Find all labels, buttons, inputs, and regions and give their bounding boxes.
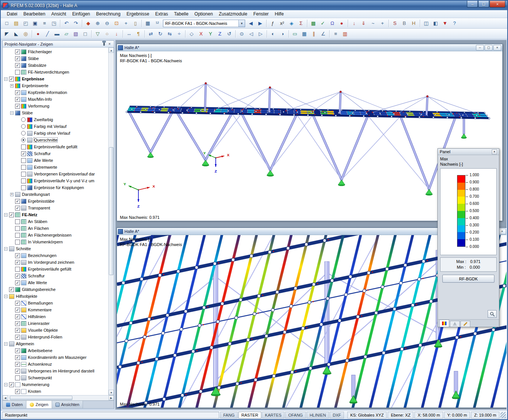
loadcase-next-icon[interactable]: ▶: [256, 19, 265, 28]
checkbox[interactable]: [21, 158, 26, 163]
checkbox[interactable]: ✓: [9, 77, 14, 82]
checkbox[interactable]: ✓: [15, 63, 20, 68]
tree-item-ergebnisse-für-kopplungen[interactable]: Ergebnisse für Kopplungen: [3, 184, 108, 191]
view-z-icon[interactable]: Z: [215, 29, 224, 38]
checkbox[interactable]: ✓: [9, 212, 14, 217]
checkbox[interactable]: [21, 178, 26, 183]
redo-icon[interactable]: ↷: [71, 19, 80, 28]
hinge-icon[interactable]: ○: [103, 29, 112, 38]
tree-item-alle-werte[interactable]: Alle Werte: [3, 157, 108, 164]
tree-item-schraffur[interactable]: ✓Schraffur: [3, 150, 108, 157]
loadcase-prev-icon[interactable]: ◀: [246, 19, 255, 28]
tree-item-farbig-ohne-verlauf[interactable]: Farbig ohne Verlauf: [3, 130, 108, 137]
scroll-right-icon[interactable]: ▶: [109, 395, 114, 400]
scroll-down-icon[interactable]: ▼: [109, 390, 114, 395]
menu-item-bearbeiten[interactable]: Bearbeiten: [20, 11, 48, 17]
snap-icon[interactable]: ◎: [21, 29, 30, 38]
move-icon[interactable]: ⇄: [146, 29, 155, 38]
checkbox[interactable]: ✓: [15, 206, 20, 211]
tree-item-an-flächen[interactable]: An Flächen: [3, 225, 108, 232]
tree-item-kopfzeile-information[interactable]: ✓Kopfzeile-Information: [3, 89, 108, 96]
panel-zoom-button[interactable]: [488, 310, 497, 318]
view-close-button[interactable]: ×: [498, 229, 506, 234]
rf-beton-icon[interactable]: B: [400, 19, 409, 28]
checkbox[interactable]: ✓: [15, 301, 20, 306]
checkbox[interactable]: [21, 165, 26, 170]
dimension-icon[interactable]: ↔: [124, 29, 134, 38]
view-isometric-icon[interactable]: ◇: [187, 29, 196, 38]
tree-item-kommentare[interactable]: ✓Kommentare: [3, 306, 108, 313]
rotate-view-icon[interactable]: ↺: [225, 29, 234, 38]
status-toggle-kartes[interactable]: KARTES: [262, 412, 285, 418]
workplane-icon[interactable]: ▭: [290, 29, 299, 38]
close-file-icon[interactable]: ◰: [21, 19, 30, 28]
checkbox[interactable]: ✓: [15, 314, 20, 319]
tree-item-verborgenen-ergebnisverlauf-dar[interactable]: Verborgenen Ergebnisverlauf dar: [3, 171, 108, 177]
print-icon[interactable]: ≡: [40, 19, 49, 28]
navigator-close-button[interactable]: ×: [107, 42, 112, 46]
checkbox[interactable]: ✓: [15, 369, 20, 374]
navigator-tab-ansichten[interactable]: Ansichten: [52, 401, 83, 408]
line-icon[interactable]: ╱: [43, 29, 52, 38]
checkbox[interactable]: ✓: [15, 199, 20, 204]
expand-icon[interactable]: +: [10, 84, 14, 88]
tree-item-bemaßungen[interactable]: ✓Bemaßungen: [3, 300, 108, 306]
checkbox[interactable]: ✓: [15, 389, 20, 394]
tree-item-hilfslinien[interactable]: ✓Hilfslinien: [3, 313, 108, 320]
navigator-tab-zeigen[interactable]: Zeigen: [26, 401, 52, 408]
tree-item-verborgenes-im-hintergrund-darstell[interactable]: ✓Verborgenes im Hintergrund darstell: [3, 368, 108, 374]
zoom-window-icon[interactable]: ⊡: [112, 19, 121, 28]
menu-item-berechnung[interactable]: Berechnung: [93, 11, 124, 17]
hscroll-thumb[interactable]: [10, 396, 72, 400]
tree-item-fe-netzverdichtungen[interactable]: FE-Netzverdichtungen: [3, 69, 108, 75]
formula-icon[interactable]: ƒ: [268, 19, 277, 28]
node-icon[interactable]: ●: [34, 29, 43, 38]
navigator-tab-daten[interactable]: Daten: [3, 401, 26, 408]
member-loads-icon[interactable]: ↓: [350, 19, 359, 28]
status-toggle-dxf[interactable]: DXF: [330, 412, 344, 418]
user-view-icon[interactable]: ◑: [278, 29, 287, 38]
guidelines-icon[interactable]: ∥: [309, 29, 318, 38]
tree-item-an-stäben[interactable]: An Stäben: [3, 218, 108, 225]
tree-item-alle-werte[interactable]: ✓Alle Werte: [3, 279, 108, 286]
tree-item-stäbe[interactable]: ✓Stäbe: [3, 55, 108, 62]
radio-button[interactable]: [21, 131, 26, 135]
menu-item-ergebnisse[interactable]: Ergebnisse: [124, 11, 152, 17]
zoom-all-icon[interactable]: ⊙: [237, 29, 246, 38]
rf-bgdk-button[interactable]: RF-BGDK: [442, 275, 494, 283]
checkbox[interactable]: ✓: [15, 49, 20, 54]
next-view-icon[interactable]: ▷: [256, 29, 265, 38]
menu-item-einfügen[interactable]: Einfügen: [69, 11, 93, 17]
numbering-toggle-icon[interactable]: ¹²: [153, 19, 162, 28]
tree-item-achsenkreuz[interactable]: ✓Achsenkreuz: [3, 361, 108, 368]
collapse-icon[interactable]: −: [4, 295, 8, 298]
show-results-icon[interactable]: ◈: [287, 19, 296, 28]
menu-item-zusatzmodule[interactable]: Zusatzmodule: [216, 11, 250, 17]
checkbox[interactable]: [15, 240, 20, 245]
radio-button[interactable]: [21, 117, 26, 122]
tree-item-koordinateninfo-am-mauszeiger[interactable]: ✓Koordinateninfo am Mauszeiger: [3, 354, 108, 361]
checkbox[interactable]: [15, 219, 20, 224]
checkbox[interactable]: [15, 233, 20, 238]
new-file-icon[interactable]: □: [2, 19, 11, 28]
checkbox[interactable]: ✓: [15, 104, 20, 109]
rf-holz-icon[interactable]: H: [409, 19, 418, 28]
view-window-top-titlebar[interactable]: Halle A* – ◻ ×: [117, 44, 502, 51]
tree-item-zweifarbig[interactable]: Zweifarbig: [3, 116, 108, 123]
panel-close-button[interactable]: ×: [492, 149, 497, 154]
checkbox[interactable]: ✓: [15, 335, 20, 340]
radio-button[interactable]: [21, 138, 26, 142]
superscript-icon[interactable]: x²: [278, 19, 287, 28]
member-icon[interactable]: ▬: [52, 29, 61, 38]
new-window-icon[interactable]: ◫: [422, 19, 431, 28]
tree-item-ergebnisstäbe[interactable]: ✓Ergebnisstäbe: [3, 198, 108, 205]
loadcase-dropdown-icon[interactable]: ▾: [238, 20, 245, 27]
tree-item-flächenlager[interactable]: ✓Flächenlager: [3, 48, 108, 55]
tree-item-glättungsbereiche[interactable]: ✓Glättungsbereiche: [3, 286, 108, 293]
tree-item-fe-netz[interactable]: −✓FE-Netz: [3, 211, 108, 218]
collapse-icon[interactable]: −: [4, 77, 8, 81]
comment-icon[interactable]: ¶: [134, 29, 143, 38]
tree-item-nummerierung[interactable]: −✓Nummerierung: [3, 381, 108, 388]
tree-item-ergebnisverläufe-v-y-und-v-z-um[interactable]: Ergebnisverläufe V-y und V-z um: [3, 177, 108, 184]
render-icon[interactable]: ◆: [84, 19, 93, 28]
